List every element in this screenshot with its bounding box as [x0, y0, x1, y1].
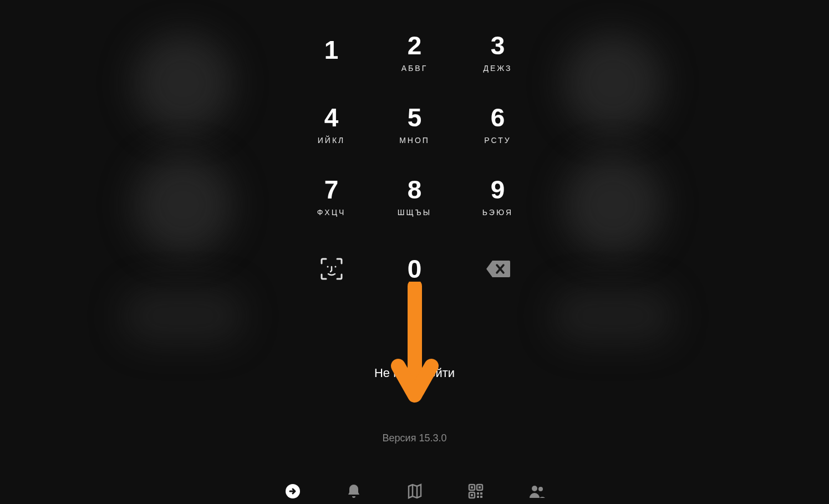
faceid-button[interactable] [290, 233, 373, 305]
keypad-digit: 6 [491, 105, 505, 130]
face-id-icon [319, 257, 344, 281]
keypad-digit: 4 [324, 105, 339, 130]
background-blob [552, 288, 674, 344]
nav-notifications[interactable] [345, 483, 362, 500]
svg-point-1 [334, 266, 336, 268]
nav-map[interactable] [406, 483, 423, 500]
keypad-letters: ФХЦЧ [317, 208, 346, 217]
arrow-right-circle-icon [284, 483, 301, 500]
bell-icon [345, 483, 362, 500]
keypad-key-1[interactable]: 1 [290, 17, 373, 89]
keypad-key-3[interactable]: 3 ДЕЖЗ [456, 17, 540, 89]
background-blob [133, 33, 233, 133]
backspace-button[interactable] [456, 233, 540, 305]
backspace-icon [486, 259, 510, 278]
qr-code-icon [467, 483, 484, 500]
keypad-digit: 3 [491, 33, 505, 58]
keypad-letters: АБВГ [401, 64, 428, 73]
keypad-digit: 0 [408, 256, 422, 282]
keypad-key-2[interactable]: 2 АБВГ [373, 17, 456, 89]
keypad-digit: 2 [408, 33, 422, 58]
svg-rect-7 [479, 486, 481, 488]
keypad-letters: ШЩЪЫ [398, 208, 431, 217]
nav-qr[interactable] [467, 483, 484, 500]
keypad-letters: ДЕЖЗ [483, 64, 512, 73]
cant-login-link[interactable]: Не могу войти [374, 366, 455, 380]
version-label: Версия 15.3.0 [383, 432, 447, 444]
keypad-key-4[interactable]: 4 ИЙКЛ [290, 89, 373, 161]
keypad-digit: 5 [408, 105, 422, 130]
keypad-letters: РСТУ [484, 136, 511, 145]
keypad-key-5[interactable]: 5 МНОП [373, 89, 456, 161]
keypad-key-7[interactable]: 7 ФХЦЧ [290, 161, 373, 233]
keypad-digit: 8 [408, 177, 422, 202]
svg-point-14 [538, 487, 543, 491]
bottom-nav [284, 483, 545, 504]
keypad-key-6[interactable]: 6 РСТУ [456, 89, 540, 161]
svg-point-0 [327, 266, 328, 268]
svg-rect-8 [471, 494, 473, 496]
nav-main[interactable] [284, 483, 301, 500]
keypad-key-9[interactable]: 9 ЬЭЮЯ [456, 161, 540, 233]
svg-rect-11 [477, 496, 479, 498]
keypad-digit: 1 [324, 37, 339, 63]
svg-rect-9 [477, 492, 479, 495]
map-icon [406, 483, 423, 500]
people-icon [528, 483, 545, 500]
svg-rect-10 [480, 492, 482, 495]
background-blob [122, 288, 244, 344]
pin-entry-screen: 1 2 АБВГ 3 ДЕЖЗ 4 ИЙКЛ 5 МНОП 6 РСТУ 7 Ф… [290, 17, 540, 444]
background-blob [563, 33, 663, 133]
svg-rect-12 [480, 496, 482, 498]
keypad-digit: 7 [324, 177, 339, 202]
keypad: 1 2 АБВГ 3 ДЕЖЗ 4 ИЙКЛ 5 МНОП 6 РСТУ 7 Ф… [290, 17, 540, 305]
keypad-key-8[interactable]: 8 ШЩЪЫ [373, 161, 456, 233]
keypad-letters: ЬЭЮЯ [482, 208, 513, 217]
svg-point-13 [532, 486, 537, 491]
keypad-letters: ИЙКЛ [318, 136, 345, 145]
keypad-digit: 9 [491, 177, 505, 202]
keypad-key-0[interactable]: 0 [373, 233, 456, 305]
background-blob [133, 155, 233, 255]
svg-rect-6 [471, 486, 473, 488]
background-blob [563, 155, 663, 255]
nav-contacts[interactable] [528, 483, 545, 500]
keypad-letters: МНОП [399, 136, 430, 145]
